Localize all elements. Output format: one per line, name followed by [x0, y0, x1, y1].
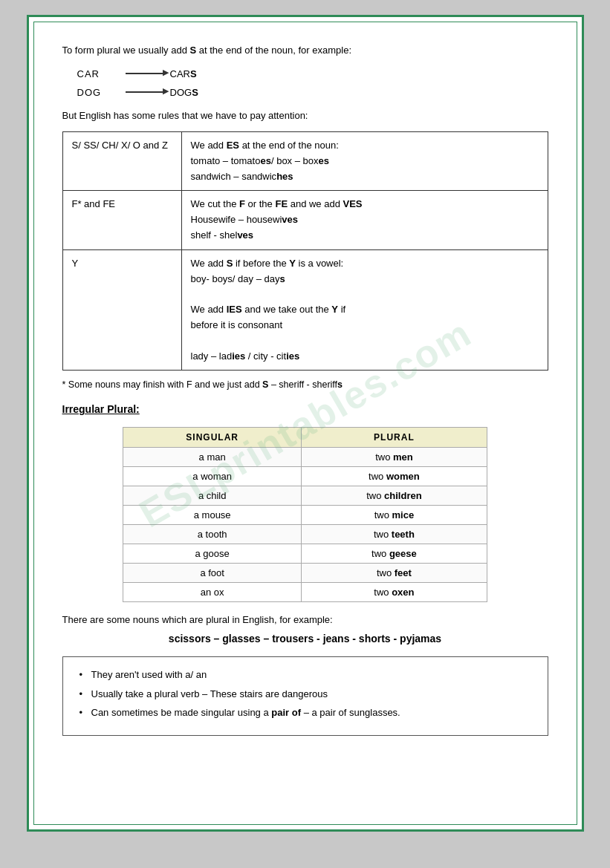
plural-cell: two feet [302, 564, 487, 583]
rule-desc-1: We add ES at the end of the noun: tomato… [181, 132, 548, 191]
example-car-result: CARS [170, 68, 197, 79]
table-row: a toothtwo teeth [123, 525, 487, 544]
footnote-text: * Some nouns may finish with F and we ju… [62, 379, 548, 390]
but-text: But English has some rules that we have … [62, 108, 548, 123]
arrow-2 [126, 91, 163, 93]
singular-cell: a goose [123, 544, 302, 564]
table-row: an oxtwo oxen [123, 583, 487, 602]
table-row: a mantwo men [123, 448, 487, 467]
example-car-word: CAR [77, 68, 118, 79]
rule-row-3: Y We add S if before the Y is a vowel: b… [62, 249, 548, 371]
example-car-row: CAR CARS [77, 68, 548, 79]
example-dog-word: DOG [77, 87, 118, 98]
plural-cell: two geese [302, 544, 487, 564]
plural-cell: two oxen [302, 583, 487, 602]
plural-cell: two teeth [302, 525, 487, 544]
example-dog-row: DOG DOGS [77, 87, 548, 98]
table-row: a mousetwo mice [123, 506, 487, 525]
info-list: They aren't used with a/ anUsually take … [78, 668, 533, 720]
singular-cell: a child [123, 486, 302, 506]
irregular-table: SINGULAR PLURAL a mantwo mena womantwo w… [123, 427, 487, 602]
singular-cell: a tooth [123, 525, 302, 544]
info-item: They aren't used with a/ an [78, 668, 533, 682]
page-container: ESLprintables.com To form plural we usua… [27, 15, 584, 832]
rule-category-1: S/ SS/ CH/ X/ O and Z [62, 132, 181, 191]
table-header-row: SINGULAR PLURAL [123, 428, 487, 448]
arrow-1 [126, 73, 163, 74]
singular-cell: a foot [123, 564, 302, 583]
rule-desc-3: We add S if before the Y is a vowel: boy… [181, 249, 548, 371]
singular-cell: a woman [123, 467, 302, 486]
example-dog-result: DOGS [170, 87, 198, 98]
intro-text: To form plural we usually add S at the e… [62, 43, 548, 58]
rules-table: S/ SS/ CH/ X/ O and Z We add ES at the e… [62, 131, 548, 371]
singular-cell: an ox [123, 583, 302, 602]
rule-category-2: F* and FE [62, 191, 181, 249]
rule-row-2: F* and FE We cut the F or the FE and we … [62, 191, 548, 249]
table-row: a goosetwo geese [123, 544, 487, 564]
header-plural: PLURAL [302, 428, 487, 448]
table-row: a foottwo feet [123, 564, 487, 583]
info-item: Usually take a plural verb – These stair… [78, 687, 533, 702]
irregular-plural-title: Irregular Plural: [62, 403, 548, 415]
plural-nouns-list: scissors – glasses – trousers - jeans - … [62, 633, 548, 645]
info-item: Can sometimes be made singular using a p… [78, 705, 533, 720]
table-row: a childtwo children [123, 486, 487, 506]
rule-category-3: Y [62, 249, 181, 371]
table-row: a womantwo women [123, 467, 487, 486]
plural-cell: two children [302, 486, 487, 506]
plural-nouns-intro: There are some nouns which are plural in… [62, 614, 548, 625]
plural-cell: two women [302, 467, 487, 486]
plural-cell: two men [302, 448, 487, 467]
rule-row-1: S/ SS/ CH/ X/ O and Z We add ES at the e… [62, 132, 548, 191]
header-singular: SINGULAR [123, 428, 302, 448]
singular-cell: a mouse [123, 506, 302, 525]
rule-desc-2: We cut the F or the FE and we add VES Ho… [181, 191, 548, 249]
plural-cell: two mice [302, 506, 487, 525]
singular-cell: a man [123, 448, 302, 467]
info-box: They aren't used with a/ anUsually take … [62, 656, 548, 736]
